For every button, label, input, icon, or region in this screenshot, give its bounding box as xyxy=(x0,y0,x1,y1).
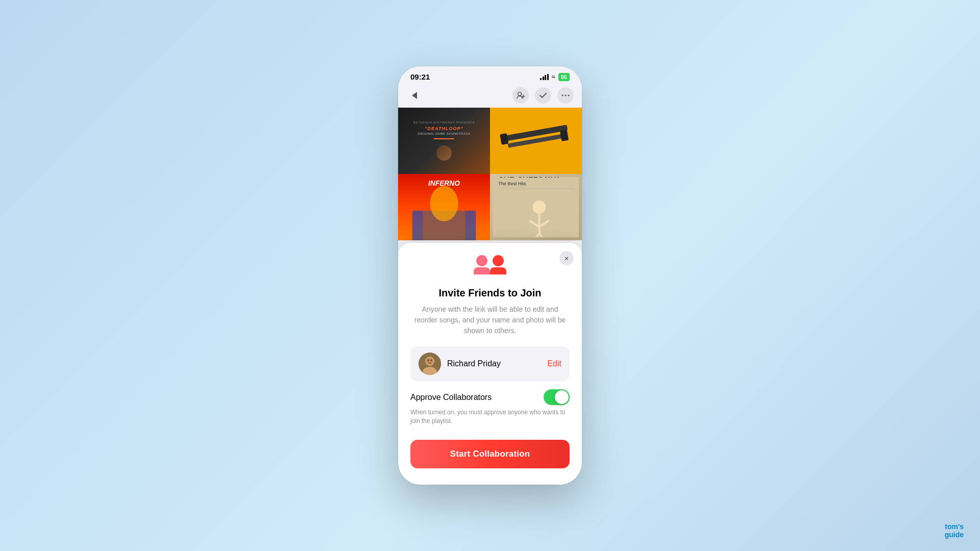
album-4-art: CAB CALLOWAY The Best Hits All-Time Favo… xyxy=(493,177,579,237)
status-time: 09:21 xyxy=(410,72,430,81)
toggle-thumb xyxy=(555,390,569,404)
toggle-description: When turned on, you must approve anyone … xyxy=(410,408,570,425)
battery-indicator: 95 xyxy=(558,73,570,81)
check-button[interactable] xyxy=(535,87,551,104)
modal-title: Invite Friends to Join xyxy=(410,287,570,299)
status-bar: 09:21 ≈ 95 xyxy=(398,66,582,83)
album-cell-4: CAB CALLOWAY The Best Hits All-Time Favo… xyxy=(490,174,582,240)
avatar-image xyxy=(419,353,441,375)
svg-point-5 xyxy=(568,95,570,96)
svg-point-14 xyxy=(430,186,458,221)
album-1-subtitle: ORIGINAL GAME SOUNDTRACK xyxy=(418,132,470,135)
svg-point-4 xyxy=(565,95,567,96)
album-grid: BETHESDA SOFTWORKS PRESENTS "DEATHLOOP" … xyxy=(398,108,582,240)
modal-description: Anyone with the link will be able to edi… xyxy=(410,304,570,336)
toggle-label-row: Approve Collaborators xyxy=(410,389,570,405)
toms-guide-line1: tom's xyxy=(945,523,964,531)
person-add-button[interactable] xyxy=(512,87,529,104)
svg-point-30 xyxy=(426,358,433,365)
album-cell-2 xyxy=(490,108,582,174)
status-icons: ≈ 95 xyxy=(540,73,570,81)
svg-point-31 xyxy=(428,360,429,361)
svg-point-32 xyxy=(431,360,432,361)
album-cell-1: BETHESDA SOFTWORKS PRESENTS "DEATHLOOP" … xyxy=(398,108,490,174)
collaboration-icon xyxy=(410,255,570,280)
svg-text:CAB CALLOWAY: CAB CALLOWAY xyxy=(498,177,560,179)
user-avatar xyxy=(419,353,441,375)
back-button[interactable] xyxy=(406,87,423,104)
svg-text:The Best Hits: The Best Hits xyxy=(498,181,526,186)
wifi-icon: ≈ xyxy=(552,73,555,81)
signal-icon xyxy=(540,74,549,80)
toms-guide-line2: guide xyxy=(945,531,964,539)
back-arrow-icon xyxy=(412,92,417,99)
svg-point-0 xyxy=(518,92,522,96)
album-cell-3: INFERNO xyxy=(398,174,490,240)
person-left-body-icon xyxy=(474,267,490,274)
start-collaboration-button[interactable]: Start Collaboration xyxy=(410,440,570,468)
user-row: Richard Priday Edit xyxy=(410,346,570,381)
person-right-body-icon xyxy=(490,267,506,274)
check-icon xyxy=(540,93,547,98)
person-right-head-icon xyxy=(493,255,504,266)
person-left-head-icon xyxy=(476,255,487,266)
svg-text:INFERNO: INFERNO xyxy=(428,179,460,187)
edit-button[interactable]: Edit xyxy=(547,359,561,368)
more-icon xyxy=(561,94,570,96)
nav-actions xyxy=(512,87,574,104)
battery-level: 95 xyxy=(558,73,570,81)
album-2-art xyxy=(490,108,582,174)
person-add-icon xyxy=(517,92,525,99)
toggle-label: Approve Collaborators xyxy=(410,393,492,402)
close-button[interactable]: × xyxy=(559,251,574,265)
more-button[interactable] xyxy=(557,87,574,104)
toms-guide-watermark: tom's guide xyxy=(945,523,964,539)
svg-point-20 xyxy=(533,201,546,214)
approve-collaborators-toggle[interactable] xyxy=(544,389,570,405)
album-3-art: INFERNO xyxy=(398,174,490,240)
navigation-bar xyxy=(398,83,582,108)
album-1-title: "DEATHLOOP" xyxy=(425,126,463,131)
collaboration-modal: × Invite Friends to Join Anyone with the… xyxy=(398,243,582,485)
svg-point-3 xyxy=(562,95,564,96)
user-name: Richard Priday xyxy=(447,359,541,368)
phone-frame: 09:21 ≈ 95 xyxy=(398,66,582,485)
approve-collaborators-section: Approve Collaborators When turned on, yo… xyxy=(410,389,570,430)
